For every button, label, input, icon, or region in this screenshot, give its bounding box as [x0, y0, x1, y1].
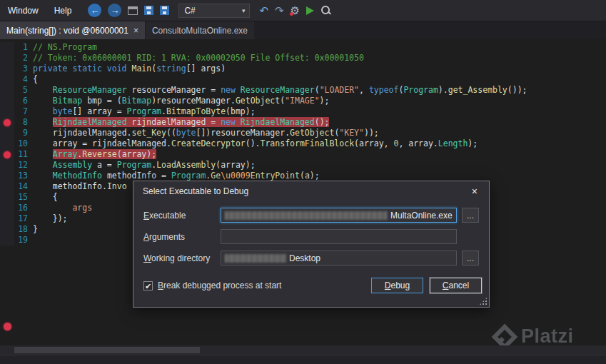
gutter[interactable] — [0, 138, 14, 149]
redacted-text — [225, 211, 388, 220]
breakpoint-icon[interactable] — [4, 151, 11, 158]
chevron-down-icon: ▾ — [238, 7, 249, 14]
gutter[interactable] — [0, 181, 14, 192]
tab-strip: Main(string[]) : void @06000001 × Consul… — [0, 21, 606, 39]
breakpoint-indicator-icon — [4, 323, 11, 330]
line-number: 15 — [14, 192, 33, 203]
code-text[interactable]: // NS.Program — [33, 42, 97, 53]
code-text[interactable]: rijndaelManaged.set_Key((byte[])resource… — [33, 128, 379, 138]
navigate-forward-icon[interactable]: → — [108, 4, 121, 17]
gutter[interactable] — [0, 192, 14, 203]
redo-icon[interactable]: ↷ — [275, 5, 284, 16]
line-number: 5 — [14, 85, 33, 96]
save-all-icon[interactable] — [144, 6, 153, 15]
gutter[interactable] — [0, 224, 14, 235]
resize-grip[interactable] — [479, 297, 488, 305]
open-icon[interactable] — [128, 6, 138, 15]
debug-button[interactable]: Debug — [371, 278, 423, 293]
horizontal-scrollbar[interactable] — [0, 345, 606, 355]
menu-help[interactable]: Help — [46, 0, 80, 21]
code-text[interactable]: { — [33, 192, 58, 203]
arguments-input[interactable] — [221, 229, 457, 244]
search-icon[interactable] — [320, 5, 331, 16]
code-line: 13 MethodInfo methodInfo = Program.Ge\u0… — [0, 171, 606, 181]
code-text[interactable]: Array.Reverse(array); — [33, 149, 156, 160]
save-module-icon[interactable] — [160, 6, 169, 15]
dialog-close-icon[interactable]: × — [470, 186, 480, 197]
code-text[interactable]: ResourceManager resourceManager = new Re… — [33, 85, 527, 96]
executable-row: Executable MultaOnline.exe ... — [143, 208, 479, 223]
working-directory-value: Desktop — [289, 253, 320, 263]
executable-browse-button[interactable]: ... — [462, 208, 479, 223]
code-text[interactable]: methodInfo.Invo — [33, 181, 127, 192]
code-text[interactable]: // Token: 0x06000001 RID: 1 RVA: 0x00002… — [33, 53, 364, 64]
break-at-start-checkbox[interactable]: ✔ — [143, 281, 153, 290]
line-number: 17 — [14, 213, 33, 224]
line-number: 16 — [14, 203, 33, 213]
language-selector-value: C# — [179, 6, 238, 16]
line-number: 14 — [14, 181, 33, 192]
line-number: 12 — [14, 160, 33, 171]
cancel-button[interactable]: Cancel — [430, 278, 482, 293]
code-text[interactable]: array = rijndaelManaged.CreateDecryptor(… — [33, 138, 478, 149]
tab-main-method[interactable]: Main(string[]) : void @06000001 × — [0, 21, 145, 39]
code-line: 4{ — [0, 74, 606, 85]
code-line: 10 array = rijndaelManaged.CreateDecrypt… — [0, 138, 606, 149]
gutter[interactable] — [0, 213, 14, 224]
gutter[interactable] — [0, 53, 14, 64]
code-text[interactable]: { — [33, 74, 38, 85]
gutter[interactable] — [0, 74, 14, 85]
breakpoint-icon[interactable] — [4, 119, 11, 126]
line-number: 11 — [14, 149, 33, 160]
gutter[interactable] — [0, 42, 14, 53]
breakpoint-gutter[interactable] — [0, 149, 14, 160]
code-line: 9 rijndaelManaged.set_Key((byte[])resour… — [0, 128, 606, 138]
gutter[interactable] — [0, 85, 14, 96]
debug-settings-icon[interactable]: ⚙ — [291, 5, 300, 16]
gutter[interactable] — [0, 64, 14, 74]
breakpoint-gutter[interactable] — [0, 117, 14, 128]
menu-window[interactable]: Window — [0, 0, 46, 21]
line-number: 6 — [14, 96, 33, 106]
code-text[interactable]: } — [33, 224, 38, 235]
navigate-back-icon[interactable]: ← — [88, 4, 101, 17]
executable-input[interactable]: MultaOnline.exe — [221, 208, 457, 223]
working-directory-input[interactable]: Desktop — [221, 251, 457, 266]
code-text[interactable]: RijndaelManaged rijndaelManaged = new Ri… — [33, 117, 329, 128]
code-text[interactable]: private static void Main(string[] args) — [33, 64, 226, 74]
working-directory-browse-button[interactable]: ... — [462, 251, 479, 266]
gutter[interactable] — [0, 171, 14, 181]
start-debugging-icon[interactable] — [306, 6, 314, 15]
gutter[interactable] — [0, 96, 14, 106]
code-text[interactable]: args — [33, 203, 92, 213]
gutter[interactable] — [0, 160, 14, 171]
line-number: 3 — [14, 64, 33, 74]
dialog-title: Select Executable to Debug — [143, 186, 470, 196]
close-icon[interactable]: × — [133, 26, 138, 35]
code-text[interactable]: byte[] array = Program.BitmapToByte(bmp)… — [33, 106, 256, 117]
tab-label: ConsultoMultaOnline.exe — [152, 26, 248, 36]
code-text[interactable]: Assembly a = Program.LoadAssembly(array)… — [33, 160, 256, 171]
executable-label: Executable — [143, 211, 221, 221]
line-number: 8 — [14, 117, 33, 128]
line-number: 18 — [14, 224, 33, 235]
gutter[interactable] — [0, 128, 14, 138]
language-selector[interactable]: C# ▾ — [178, 4, 250, 18]
dialog-titlebar[interactable]: Select Executable to Debug × — [133, 181, 489, 201]
tab-consultomultaonline[interactable]: ConsultoMultaOnline.exe — [146, 21, 254, 39]
toolbar: ← → C# ▾ ↶ ↷ ⚙ — [88, 4, 331, 18]
break-at-start-label: Break debugged process at start — [158, 280, 281, 290]
code-line: 8 RijndaelManaged rijndaelManaged = new … — [0, 117, 606, 128]
gutter[interactable] — [0, 106, 14, 117]
select-executable-dialog: Select Executable to Debug × Executable … — [133, 181, 490, 308]
line-number: 4 — [14, 74, 33, 85]
gutter[interactable] — [0, 235, 14, 246]
gutter[interactable] — [0, 203, 14, 213]
code-line: 5 ResourceManager resourceManager = new … — [0, 85, 606, 96]
code-text[interactable]: MethodInfo methodInfo = Program.Ge\u0009… — [33, 171, 320, 181]
code-text[interactable]: Bitmap bmp = (Bitmap)resourceManager.Get… — [33, 96, 329, 106]
scrollbar-thumb[interactable] — [14, 347, 200, 353]
code-text[interactable]: }); — [33, 213, 67, 224]
undo-icon[interactable]: ↶ — [259, 5, 268, 16]
line-number: 9 — [14, 128, 33, 138]
